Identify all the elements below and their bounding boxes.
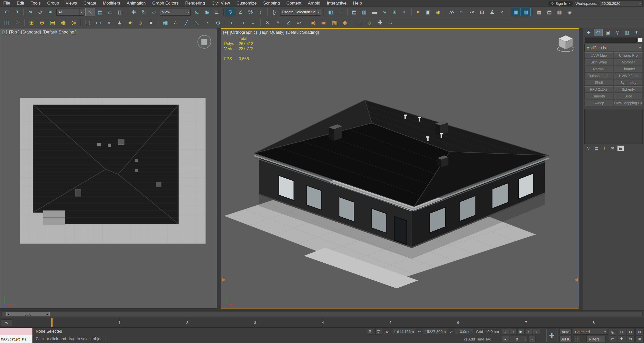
set-key-mode-button[interactable]: Set K.: [559, 336, 572, 342]
snap-vertex-icon[interactable]: ∴: [171, 18, 181, 27]
selection-filter-dropdown[interactable]: All ▾: [56, 9, 84, 16]
key-filters-button[interactable]: Filters...: [586, 336, 606, 342]
current-frame-field[interactable]: 0 ▲▼: [510, 336, 528, 342]
cut-geometry-icon[interactable]: ✂: [467, 8, 477, 16]
vp-left-general-menu[interactable]: [+]: [2, 30, 7, 35]
goto-end-icon[interactable]: »: [533, 329, 540, 335]
vp-right-pov-menu[interactable]: [Orthographic]: [230, 30, 257, 35]
menu-customize[interactable]: Customize: [233, 0, 260, 7]
next-key-icon[interactable]: »: [529, 336, 536, 342]
select-objects-in-layer-icon[interactable]: ▦: [58, 18, 68, 27]
viewcube-top[interactable]: [196, 34, 212, 50]
previous-frame-arrow-icon[interactable]: ◂: [8, 312, 9, 316]
menu-rendering[interactable]: Rendering: [182, 0, 208, 7]
set-current-layer-icon[interactable]: ◎: [69, 18, 79, 27]
previous-frame-icon[interactable]: ‹: [510, 329, 517, 335]
viewport-canvas-icon[interactable]: ▩: [521, 8, 531, 16]
modifier-button[interactable]: Unwrap Pro: [614, 52, 643, 58]
select-similar-icon[interactable]: ↖: [457, 8, 467, 16]
axis-z-constraint-icon[interactable]: Z: [284, 18, 294, 27]
snap-face-icon[interactable]: ◺: [192, 18, 202, 27]
rendered-frame-window-icon[interactable]: ▣: [423, 8, 433, 16]
configure-modifier-sets-icon[interactable]: ▤: [617, 146, 624, 151]
curve-editor-icon[interactable]: ∿: [380, 8, 389, 16]
time-slider-handle[interactable]: ◂ 0 / 8 ▸: [6, 312, 50, 316]
goto-start-icon[interactable]: «: [502, 329, 509, 335]
sun-light-icon[interactable]: ☼: [136, 18, 146, 27]
menu-interactive[interactable]: Interactive: [324, 0, 350, 7]
mirror-icon[interactable]: ◧: [326, 8, 335, 16]
ragdoll-icon[interactable]: ◈: [340, 18, 350, 27]
layer-explorer-toggle-icon[interactable]: ▥: [359, 8, 369, 16]
rectangular-selection-region-icon[interactable]: ▭: [105, 8, 115, 16]
make-unique-icon[interactable]: ∥: [601, 146, 608, 151]
pan-view-icon[interactable]: ✚: [618, 336, 626, 342]
reference-coordinate-dropdown[interactable]: View ▾: [160, 9, 191, 16]
snap-edge-icon[interactable]: ╱: [181, 18, 191, 27]
vp-right-renderer-menu[interactable]: [High Quality]: [259, 30, 284, 35]
modifier-button[interactable]: UVW Map: [584, 52, 613, 58]
zoom-extents-icon[interactable]: ⊡: [627, 329, 635, 335]
zoom-region-icon[interactable]: ▭: [609, 336, 617, 342]
snap-midpoint-icon[interactable]: •: [203, 18, 213, 27]
modifier-stack[interactable]: [584, 109, 643, 144]
measure-ang-icon[interactable]: ∡: [487, 8, 497, 16]
sign-in-button[interactable]: ⊚ Sign In ▾: [548, 1, 573, 6]
tab-utilities[interactable]: ✶: [632, 29, 641, 36]
unlink-selection-icon[interactable]: ⊘: [35, 8, 45, 16]
render-setup-icon[interactable]: ✶: [413, 8, 423, 16]
modifier-button[interactable]: Normal: [584, 66, 613, 72]
helper-create-icon[interactable]: ✚: [375, 18, 385, 27]
y-coordinate-field[interactable]: 15227,309m: [423, 329, 447, 334]
menu-animation[interactable]: Animation: [124, 0, 149, 7]
material-editor-icon[interactable]: ◐: [400, 8, 409, 16]
auto-key-button[interactable]: Auto: [559, 329, 572, 335]
select-object-icon[interactable]: ↖: [85, 8, 95, 16]
object-name-field[interactable]: [585, 38, 637, 43]
modifier-button[interactable]: Spherify: [614, 86, 643, 92]
spinner-snap-icon[interactable]: ↕: [256, 8, 265, 16]
mcloth-icon[interactable]: ▧: [329, 18, 339, 27]
menu-help[interactable]: Help: [350, 0, 365, 7]
selection-lock-icon[interactable]: ⊠: [367, 329, 373, 335]
render-iterative-icon[interactable]: ◑: [238, 18, 248, 27]
menu-group[interactable]: Group: [44, 0, 62, 7]
maxscript-mini-listener[interactable]: MAXScript Mi: [0, 328, 33, 343]
plane-xy-constraint-icon[interactable]: XY: [294, 18, 304, 27]
named-selection-set-combo[interactable]: Create Selection Set ▾: [280, 9, 321, 16]
zoom-icon[interactable]: ◎: [609, 329, 617, 335]
tab-display[interactable]: ▥: [622, 29, 631, 36]
menu-modifiers[interactable]: Modifiers: [100, 0, 124, 7]
vp-left-renderer-menu[interactable]: [Standard]: [21, 30, 41, 35]
modifier-button[interactable]: Shell: [584, 80, 613, 86]
keyboard-shortcut-override-icon[interactable]: ≣: [212, 8, 222, 16]
spacing-tool-icon[interactable]: ▥: [555, 8, 564, 16]
orbit-icon[interactable]: ↻: [627, 336, 635, 342]
sphere-primitive-icon[interactable]: ●: [146, 18, 156, 27]
use-pivot-point-center-icon[interactable]: ⊙: [192, 8, 202, 16]
menu-file[interactable]: File: [0, 0, 13, 7]
listener-strip[interactable]: MAXScript Mi: [0, 335, 32, 343]
workspaces-dropdown[interactable]: 26.03.2020 ▾: [600, 1, 642, 6]
viewport-layout-tabs-icon[interactable]: ◫: [2, 18, 12, 27]
scene-explorer-toggle-icon[interactable]: ▤: [349, 8, 359, 16]
snap-pivot-icon[interactable]: ⊙: [213, 18, 223, 27]
next-frame-arrow-icon[interactable]: ▸: [47, 312, 48, 316]
menu-tools[interactable]: Tools: [27, 0, 44, 7]
modifier-button[interactable]: Symmetry: [614, 80, 643, 86]
vp-left-pov-menu[interactable]: [Top ]: [9, 30, 19, 35]
select-and-scale-icon[interactable]: ▱: [149, 8, 159, 16]
frame-spinner[interactable]: ▲▼: [524, 336, 528, 341]
camera-create-icon[interactable]: ▢: [354, 18, 364, 27]
zoom-all-icon[interactable]: ⊙: [618, 329, 626, 335]
modifier-button[interactable]: FFD 2x2x2: [584, 86, 613, 92]
light-create-icon[interactable]: ☼: [365, 18, 375, 27]
tab-hierarchy[interactable]: ▣: [603, 29, 612, 36]
menu-graph-editors[interactable]: Graph Editors: [149, 0, 182, 7]
modifier-button[interactable]: Slice: [614, 93, 643, 99]
maximize-viewport-toggle-icon[interactable]: ⊞: [635, 336, 643, 342]
render-production-shortcut-icon[interactable]: ◐: [227, 18, 237, 27]
window-crossing-icon[interactable]: ◫: [115, 8, 125, 16]
select-and-link-icon[interactable]: ∞: [25, 8, 35, 16]
viewport-orthographic[interactable]: [+][Orthographic][High Quality][Default …: [221, 28, 579, 308]
